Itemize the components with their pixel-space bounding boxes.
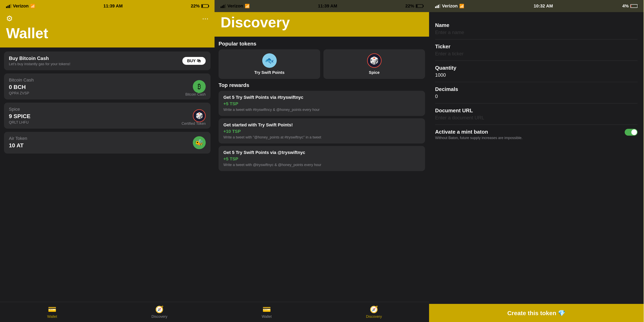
status-bar-3: Verizon 📶 10:32 AM 4% — [429, 0, 644, 12]
tab-discovery-1[interactable]: 🧭 Discovery — [152, 305, 168, 319]
signal-icon-2 — [220, 4, 226, 8]
status-bar-right-1: 22% — [191, 4, 208, 9]
status-bar-right-3: 4% — [622, 4, 638, 9]
signal-icon — [6, 4, 11, 8]
reward-title-2: Get 5 Try Swift Points via @tryswiftnyc — [224, 150, 420, 155]
doc-url-input[interactable]: Enter a document URL — [435, 115, 638, 120]
doc-url-label: Document URL — [435, 108, 638, 114]
create-form: Name Enter a name Ticker Enter a ticker … — [429, 12, 644, 304]
quantity-field-container: Quantity 1000 — [435, 61, 638, 82]
reward-desc-0: Write a tweet with #tryswiftncy & @honey… — [224, 108, 420, 112]
buy-bch-text: Buy Bitcoin Cash Let's buy instantly gas… — [9, 56, 70, 66]
buy-button[interactable]: BUY 🛍 — [182, 57, 206, 65]
token-amount-bch: 0 BCH — [9, 84, 34, 90]
header-top-row: ⚙ ··· — [6, 14, 208, 23]
status-bar-left-3: Verizon 📶 — [435, 4, 464, 9]
token-amount-spice: 9 SPICE — [9, 113, 30, 120]
ticker-input[interactable]: Enter a ticker — [435, 51, 638, 56]
token-amount-air: 10 AT — [9, 142, 27, 149]
name-label: Name — [435, 22, 638, 28]
tsp-token-name: Try Swift Points — [254, 70, 284, 75]
time-1: 11:39 AM — [104, 4, 123, 9]
air-emoji: 🐝 — [195, 139, 204, 147]
carrier-1: Verizon — [13, 4, 28, 9]
token-info-spice: Spice 9 SPICE QRLT LHFU — [9, 107, 30, 124]
buy-label: BUY — [187, 58, 196, 63]
create-btn-bar: Create this token 💎 — [429, 304, 644, 322]
discovery-title: Discovery — [220, 14, 423, 30]
popular-token-spice[interactable]: 🎲 Spice — [324, 49, 425, 79]
quantity-value[interactable]: 1000 — [435, 72, 638, 78]
token-name-air: Air Token — [9, 136, 27, 141]
status-bar-1: Verizon 📶 11:39 AM 22% — [0, 0, 214, 12]
spice-token-img: 🎲 — [367, 53, 382, 68]
token-address-bch: QPR4 ZVSP — [9, 91, 34, 96]
tab-wallet-2[interactable]: 💳 Wallet — [262, 305, 272, 319]
tab-wallet-label-2: Wallet — [262, 314, 272, 319]
quantity-label: Quantity — [435, 65, 638, 71]
reward-card-2[interactable]: Get 5 Try Swift Points via @tryswiftnyc … — [218, 146, 425, 171]
tab-wallet-label-1: Wallet — [47, 314, 57, 319]
decimals-value[interactable]: 0 — [435, 94, 638, 99]
reward-card-0[interactable]: Get 5 Try Swift Points via #tryswiftnyc … — [218, 91, 425, 116]
reward-title-0: Get 5 Try Swift Points via #tryswiftnyc — [224, 95, 420, 100]
signal-icon-3 — [435, 4, 440, 8]
popular-section-title: Popular tokens — [218, 41, 425, 47]
mint-baton-left: Activate a mint baton Without Baton, fut… — [435, 129, 522, 140]
tab-discovery-label-1: Discovery — [152, 314, 168, 319]
phone-discovery: Verizon 📶 11:39 AM 22% Discovery Popular… — [214, 0, 429, 322]
carrier-3: Verizon — [442, 4, 458, 9]
reward-amount-2: +5 TSP — [224, 156, 420, 162]
decimals-field-container: Decimals 0 — [435, 82, 638, 104]
buy-bch-subtitle: Let's buy instantly gas for your tokens! — [9, 62, 70, 66]
tsp-token-img: 🐟 — [262, 53, 277, 68]
battery-pct-3: 4% — [622, 4, 629, 9]
time-2: 11:39 AM — [318, 4, 337, 9]
ticker-field-container: Ticker Enter a ticker — [435, 40, 638, 61]
token-card-air[interactable]: Air Token 10 AT 🐝 — [4, 132, 210, 154]
popular-token-tsp[interactable]: 🐟 Try Swift Points — [218, 49, 320, 79]
reward-desc-2: Write a tweet with @tryswiftnyc & @honey… — [224, 163, 420, 167]
more-options-icon[interactable]: ··· — [202, 14, 208, 23]
mint-baton-toggle[interactable] — [625, 129, 638, 136]
token-address-spice: QRLT LHFU — [9, 120, 30, 124]
name-input[interactable]: Enter a name — [435, 30, 638, 35]
mint-baton-subtitle: Without Baton, future supply increases a… — [435, 136, 522, 140]
ticker-label: Ticker — [435, 44, 638, 50]
spice-token-name: Spice — [369, 70, 380, 75]
mint-baton-row: Activate a mint baton Without Baton, fut… — [435, 125, 638, 144]
bch-icon: ₿ — [193, 80, 206, 93]
reward-desc-1: Write a tweet with "@honey_points at #tr… — [224, 135, 420, 140]
buy-bch-card: Buy Bitcoin Cash Let's buy instantly gas… — [4, 52, 210, 70]
wifi-icon-3: 📶 — [459, 4, 464, 8]
status-bar-2: Verizon 📶 11:39 AM 22% — [214, 0, 429, 12]
phone-create-token: Verizon 📶 10:32 AM 4% Name Enter a name … — [429, 0, 644, 322]
token-info-air: Air Token 10 AT — [9, 136, 27, 150]
status-bar-left-1: Verizon 📶 — [6, 4, 35, 9]
tab-bar-2: 💳 Wallet 🧭 Discovery — [214, 302, 429, 322]
battery-pct-2: 22% — [405, 4, 414, 9]
token-card-bch[interactable]: Bitcoin Cash 0 BCH QPR4 ZVSP ₿ Bitcoin C… — [4, 74, 210, 100]
battery-icon-3 — [630, 4, 638, 8]
gear-icon[interactable]: ⚙ — [6, 14, 13, 23]
battery-icon-2 — [416, 4, 423, 8]
discovery-content: Popular tokens 🐟 Try Swift Points 🎲 Spic… — [214, 37, 429, 302]
reward-amount-1: +10 TSP — [224, 129, 420, 134]
tab-wallet-1[interactable]: 💳 Wallet — [47, 305, 57, 319]
buy-emoji: 🛍 — [197, 58, 201, 63]
create-token-button[interactable]: Create this token 💎 — [507, 310, 566, 316]
tab-discovery-2[interactable]: 🧭 Discovery — [366, 305, 382, 319]
buy-bch-title: Buy Bitcoin Cash — [9, 56, 70, 61]
rewards-section-title: Top rewards — [218, 82, 425, 88]
token-card-spice[interactable]: Spice 9 SPICE QRLT LHFU 🎲 Certified Toke… — [4, 103, 210, 128]
reward-card-1[interactable]: Get started with Try Swift Points! +10 T… — [218, 118, 425, 144]
wifi-icon-2: 📶 — [245, 4, 250, 8]
battery-icon-1 — [201, 4, 208, 8]
battery-fill-1 — [202, 5, 203, 7]
status-bar-left-2: Verizon 📶 — [220, 4, 250, 9]
spice-icon: 🎲 — [193, 109, 206, 122]
tab-bar-1: 💳 Wallet 🧭 Discovery — [0, 302, 214, 322]
token-name-bch: Bitcoin Cash — [9, 78, 34, 83]
battery-pct-1: 22% — [191, 4, 200, 9]
wallet-title: Wallet — [6, 25, 208, 42]
